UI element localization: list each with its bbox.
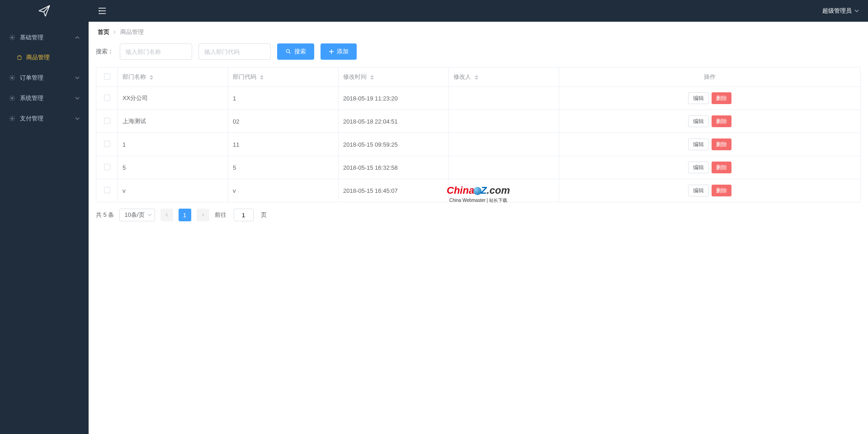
collapse-sidebar-button[interactable] bbox=[98, 7, 107, 15]
table-container: 部门名称 部门代码 修改时间 修改人 bbox=[89, 67, 868, 202]
main-area: 超级管理员 首页 商品管理 搜索： 搜索 bbox=[89, 0, 868, 434]
jump-prefix: 前往 bbox=[215, 211, 226, 219]
chevron-up-icon bbox=[75, 35, 80, 40]
col-header-ops: 操作 bbox=[559, 67, 861, 87]
plus-icon bbox=[329, 49, 334, 54]
delete-button[interactable]: 删除 bbox=[712, 115, 731, 127]
row-checkbox[interactable] bbox=[104, 164, 110, 170]
cell-updated-by bbox=[449, 110, 559, 133]
delete-button[interactable]: 删除 bbox=[712, 138, 731, 150]
row-checkbox[interactable] bbox=[104, 141, 110, 147]
sort-icon bbox=[260, 75, 264, 80]
svg-point-3 bbox=[11, 118, 13, 119]
svg-point-4 bbox=[286, 49, 289, 52]
table-row: vv2018-05-15 16:45:07编辑删除 bbox=[96, 179, 861, 202]
cell-name: XX分公司 bbox=[118, 87, 228, 110]
sidebar: 基础管理 商品管理 订单管理 bbox=[0, 0, 89, 434]
cell-code: 5 bbox=[228, 156, 339, 179]
sidebar-item-label: 基础管理 bbox=[20, 33, 75, 42]
page-number-1[interactable]: 1 bbox=[179, 209, 191, 221]
cell-updated-at: 2018-05-18 22:04:51 bbox=[339, 110, 449, 133]
col-header-name[interactable]: 部门名称 bbox=[118, 67, 228, 87]
breadcrumb: 首页 商品管理 bbox=[89, 22, 868, 41]
cell-name: v bbox=[118, 179, 228, 202]
sidebar-item-label: 商品管理 bbox=[26, 53, 50, 62]
sidebar-item-basic[interactable]: 基础管理 bbox=[0, 27, 89, 48]
cell-updated-by bbox=[449, 156, 559, 179]
chevron-down-icon bbox=[75, 76, 80, 80]
topbar: 超级管理员 bbox=[89, 0, 868, 22]
cell-code: 02 bbox=[228, 110, 339, 133]
table-row: 1112018-05-15 09:59:25编辑删除 bbox=[96, 133, 861, 156]
cell-name: 5 bbox=[118, 156, 228, 179]
cell-code: 1 bbox=[228, 87, 339, 110]
cell-code: v bbox=[228, 179, 339, 202]
col-header-updated-at[interactable]: 修改时间 bbox=[339, 67, 449, 87]
row-checkbox[interactable] bbox=[104, 187, 110, 193]
user-dropdown[interactable]: 超级管理员 bbox=[822, 7, 859, 15]
delete-button[interactable]: 删除 bbox=[712, 185, 731, 196]
gear-icon bbox=[9, 95, 15, 101]
row-checkbox[interactable] bbox=[104, 118, 110, 124]
total-count: 共 5 条 bbox=[96, 211, 114, 219]
edit-button[interactable]: 编辑 bbox=[688, 162, 709, 173]
chevron-down-icon bbox=[75, 116, 80, 121]
cell-code: 11 bbox=[228, 133, 339, 156]
table-row: 552018-05-15 16:32:58编辑删除 bbox=[96, 156, 861, 179]
edit-button[interactable]: 编辑 bbox=[688, 92, 709, 104]
chevron-down-icon bbox=[854, 9, 859, 13]
delete-button[interactable]: 删除 bbox=[712, 162, 731, 173]
sidebar-item-order[interactable]: 订单管理 bbox=[0, 67, 89, 88]
col-header-updated-by[interactable]: 修改人 bbox=[449, 67, 559, 87]
edit-button[interactable]: 编辑 bbox=[688, 185, 709, 196]
cell-name: 1 bbox=[118, 133, 228, 156]
cell-name: 上海测试 bbox=[118, 110, 228, 133]
cell-updated-at: 2018-05-15 16:32:58 bbox=[339, 156, 449, 179]
sidebar-item-product[interactable]: 商品管理 bbox=[0, 48, 89, 67]
search-toolbar: 搜索： 搜索 添加 bbox=[89, 41, 868, 67]
cell-updated-at: 2018-05-15 09:59:25 bbox=[339, 133, 449, 156]
row-checkbox[interactable] bbox=[104, 95, 110, 101]
username-label: 超级管理员 bbox=[822, 7, 852, 15]
svg-point-1 bbox=[11, 77, 13, 79]
pagination: 共 5 条 10条/页 1 前往 页 bbox=[89, 202, 868, 228]
jump-suffix: 页 bbox=[261, 211, 267, 219]
breadcrumb-home[interactable]: 首页 bbox=[98, 28, 109, 36]
dept-code-input[interactable] bbox=[198, 43, 271, 60]
sort-icon bbox=[150, 75, 153, 80]
sidebar-item-label: 订单管理 bbox=[20, 74, 75, 82]
edit-button[interactable]: 编辑 bbox=[688, 138, 709, 150]
sort-icon bbox=[475, 75, 478, 80]
jump-page-input[interactable] bbox=[234, 209, 254, 221]
cell-updated-at: 2018-05-15 16:45:07 bbox=[339, 179, 449, 202]
page-size-select[interactable]: 10条/页 bbox=[119, 209, 155, 221]
sidebar-item-system[interactable]: 系统管理 bbox=[0, 88, 89, 108]
search-button[interactable]: 搜索 bbox=[277, 43, 314, 60]
dept-name-input[interactable] bbox=[120, 43, 192, 60]
col-header-code[interactable]: 部门代码 bbox=[228, 67, 339, 87]
paper-plane-icon bbox=[38, 5, 51, 17]
gear-icon bbox=[9, 115, 15, 122]
edit-button[interactable]: 编辑 bbox=[688, 115, 709, 127]
add-button[interactable]: 添加 bbox=[321, 43, 357, 60]
chevron-right-icon bbox=[113, 30, 117, 34]
logo-area bbox=[0, 0, 89, 22]
cell-updated-at: 2018-05-19 11:23:20 bbox=[339, 87, 449, 110]
gear-icon bbox=[9, 75, 15, 81]
delete-button[interactable]: 删除 bbox=[712, 92, 731, 104]
search-label: 搜索： bbox=[96, 48, 113, 56]
sidebar-item-payment[interactable]: 支付管理 bbox=[0, 108, 89, 129]
chevron-down-icon bbox=[75, 96, 80, 100]
next-page-button[interactable] bbox=[197, 209, 209, 221]
cell-updated-by bbox=[449, 179, 559, 202]
table-row: XX分公司12018-05-19 11:23:20编辑删除 bbox=[96, 87, 861, 110]
select-all-checkbox[interactable] bbox=[104, 73, 110, 80]
cell-updated-by bbox=[449, 87, 559, 110]
svg-point-2 bbox=[11, 97, 13, 99]
svg-point-0 bbox=[11, 37, 13, 38]
table-row: 上海测试022018-05-18 22:04:51编辑删除 bbox=[96, 110, 861, 133]
sidebar-item-label: 支付管理 bbox=[20, 114, 75, 123]
sidebar-menu: 基础管理 商品管理 订单管理 bbox=[0, 22, 89, 434]
prev-page-button[interactable] bbox=[160, 209, 173, 221]
dept-table: 部门名称 部门代码 修改时间 修改人 bbox=[96, 67, 861, 202]
